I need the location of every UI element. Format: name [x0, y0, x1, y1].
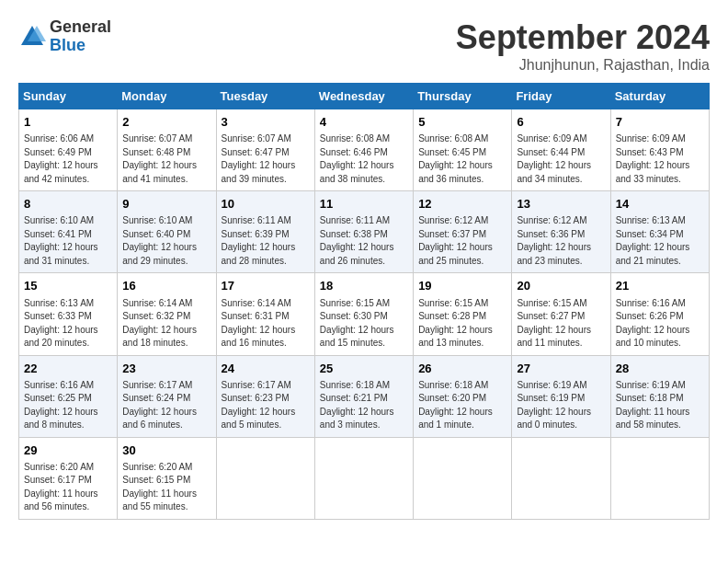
calendar-cell: 16Sunrise: 6:14 AMSunset: 6:32 PMDayligh… — [118, 273, 216, 355]
day-number: 21 — [616, 278, 704, 294]
day-info: Sunrise: 6:15 AMSunset: 6:27 PMDaylight:… — [517, 297, 605, 350]
calendar-cell: 20Sunrise: 6:15 AMSunset: 6:27 PMDayligh… — [512, 273, 610, 355]
day-number: 19 — [418, 278, 506, 294]
calendar-week-row: 29Sunrise: 6:20 AMSunset: 6:17 PMDayligh… — [19, 437, 710, 519]
logo-text: General Blue — [50, 18, 111, 55]
day-info: Sunrise: 6:10 AMSunset: 6:40 PMDaylight:… — [122, 214, 210, 268]
day-info: Sunrise: 6:07 AMSunset: 6:47 PMDaylight:… — [222, 132, 310, 186]
calendar-table: SundayMondayTuesdayWednesdayThursdayFrid… — [18, 83, 710, 520]
day-info: Sunrise: 6:18 AMSunset: 6:20 PMDaylight:… — [418, 379, 506, 432]
day-number: 15 — [24, 278, 112, 294]
weekday-header: Friday — [512, 84, 610, 109]
calendar-cell: 8Sunrise: 6:10 AMSunset: 6:41 PMDaylight… — [19, 191, 118, 273]
day-number: 16 — [122, 278, 210, 294]
day-info: Sunrise: 6:17 AMSunset: 6:24 PMDaylight:… — [122, 379, 210, 432]
weekday-header: Saturday — [610, 84, 709, 109]
calendar-cell: 2Sunrise: 6:07 AMSunset: 6:48 PMDaylight… — [118, 109, 216, 191]
day-info: Sunrise: 6:14 AMSunset: 6:31 PMDaylight:… — [222, 297, 310, 350]
day-info: Sunrise: 6:19 AMSunset: 6:19 PMDaylight:… — [517, 379, 605, 432]
day-info: Sunrise: 6:12 AMSunset: 6:37 PMDaylight:… — [418, 214, 506, 268]
weekday-header: Sunday — [19, 84, 118, 109]
calendar-cell: 29Sunrise: 6:20 AMSunset: 6:17 PMDayligh… — [19, 437, 118, 519]
calendar-cell: 19Sunrise: 6:15 AMSunset: 6:28 PMDayligh… — [414, 273, 512, 355]
day-number: 14 — [616, 196, 704, 213]
logo-icon — [18, 23, 46, 51]
calendar-week-row: 22Sunrise: 6:16 AMSunset: 6:25 PMDayligh… — [19, 355, 710, 437]
page-header: General Blue September 2024 Jhunjhunun, … — [18, 18, 710, 74]
calendar-cell: 10Sunrise: 6:11 AMSunset: 6:39 PMDayligh… — [216, 191, 314, 273]
location-title: Jhunjhunun, Rajasthan, India — [456, 57, 710, 74]
calendar-cell: 27Sunrise: 6:19 AMSunset: 6:19 PMDayligh… — [512, 355, 610, 437]
day-number: 7 — [616, 114, 704, 131]
calendar-cell: 5Sunrise: 6:08 AMSunset: 6:45 PMDaylight… — [414, 109, 512, 191]
calendar-cell: 14Sunrise: 6:13 AMSunset: 6:34 PMDayligh… — [610, 191, 709, 273]
calendar-cell: 3Sunrise: 6:07 AMSunset: 6:47 PMDaylight… — [216, 109, 314, 191]
day-info: Sunrise: 6:12 AMSunset: 6:36 PMDaylight:… — [517, 214, 605, 268]
day-number: 6 — [517, 114, 605, 131]
day-number: 8 — [24, 196, 112, 213]
calendar-cell — [414, 437, 512, 519]
calendar-cell: 17Sunrise: 6:14 AMSunset: 6:31 PMDayligh… — [216, 273, 314, 355]
weekday-header: Tuesday — [216, 84, 314, 109]
calendar-cell — [216, 437, 314, 519]
calendar-cell: 23Sunrise: 6:17 AMSunset: 6:24 PMDayligh… — [118, 355, 216, 437]
calendar-cell: 9Sunrise: 6:10 AMSunset: 6:40 PMDaylight… — [118, 191, 216, 273]
day-number: 26 — [418, 361, 506, 377]
day-number: 12 — [418, 196, 506, 213]
day-info: Sunrise: 6:09 AMSunset: 6:44 PMDaylight:… — [517, 132, 605, 186]
day-info: Sunrise: 6:16 AMSunset: 6:26 PMDaylight:… — [616, 297, 704, 350]
day-number: 22 — [24, 361, 112, 377]
day-number: 1 — [24, 114, 112, 131]
calendar-cell: 6Sunrise: 6:09 AMSunset: 6:44 PMDaylight… — [512, 109, 610, 191]
day-number: 20 — [517, 278, 605, 294]
day-number: 2 — [122, 114, 210, 131]
day-info: Sunrise: 6:17 AMSunset: 6:23 PMDaylight:… — [222, 379, 310, 432]
calendar-week-row: 1Sunrise: 6:06 AMSunset: 6:49 PMDaylight… — [19, 109, 710, 191]
calendar-cell: 13Sunrise: 6:12 AMSunset: 6:36 PMDayligh… — [512, 191, 610, 273]
calendar-cell: 24Sunrise: 6:17 AMSunset: 6:23 PMDayligh… — [216, 355, 314, 437]
calendar-cell: 7Sunrise: 6:09 AMSunset: 6:43 PMDaylight… — [610, 109, 709, 191]
calendar-cell: 25Sunrise: 6:18 AMSunset: 6:21 PMDayligh… — [314, 355, 413, 437]
calendar-cell — [314, 437, 413, 519]
calendar-cell: 12Sunrise: 6:12 AMSunset: 6:37 PMDayligh… — [414, 191, 512, 273]
day-number: 23 — [122, 361, 210, 377]
calendar-cell: 11Sunrise: 6:11 AMSunset: 6:38 PMDayligh… — [314, 191, 413, 273]
day-info: Sunrise: 6:20 AMSunset: 6:17 PMDaylight:… — [24, 461, 112, 514]
day-info: Sunrise: 6:09 AMSunset: 6:43 PMDaylight:… — [616, 132, 704, 186]
calendar-cell: 26Sunrise: 6:18 AMSunset: 6:20 PMDayligh… — [414, 355, 512, 437]
day-info: Sunrise: 6:15 AMSunset: 6:28 PMDaylight:… — [418, 297, 506, 350]
day-number: 29 — [24, 442, 112, 459]
day-number: 9 — [122, 196, 210, 213]
calendar-week-row: 15Sunrise: 6:13 AMSunset: 6:33 PMDayligh… — [19, 273, 710, 355]
calendar-cell: 4Sunrise: 6:08 AMSunset: 6:46 PMDaylight… — [314, 109, 413, 191]
day-number: 13 — [517, 196, 605, 213]
day-number: 30 — [122, 442, 210, 459]
day-number: 25 — [320, 361, 408, 377]
weekday-header-row: SundayMondayTuesdayWednesdayThursdayFrid… — [19, 84, 710, 109]
day-number: 18 — [320, 278, 408, 294]
day-info: Sunrise: 6:19 AMSunset: 6:18 PMDaylight:… — [616, 379, 704, 432]
day-number: 3 — [222, 114, 310, 131]
calendar-cell: 28Sunrise: 6:19 AMSunset: 6:18 PMDayligh… — [610, 355, 709, 437]
day-info: Sunrise: 6:08 AMSunset: 6:46 PMDaylight:… — [320, 132, 408, 186]
day-number: 28 — [616, 361, 704, 377]
day-number: 24 — [222, 361, 310, 377]
calendar-cell — [512, 437, 610, 519]
calendar-cell: 18Sunrise: 6:15 AMSunset: 6:30 PMDayligh… — [314, 273, 413, 355]
day-info: Sunrise: 6:16 AMSunset: 6:25 PMDaylight:… — [24, 379, 112, 432]
day-number: 4 — [320, 114, 408, 131]
day-info: Sunrise: 6:20 AMSunset: 6:15 PMDaylight:… — [122, 461, 210, 514]
month-title: September 2024 — [456, 18, 710, 57]
day-info: Sunrise: 6:08 AMSunset: 6:45 PMDaylight:… — [418, 132, 506, 186]
day-info: Sunrise: 6:13 AMSunset: 6:33 PMDaylight:… — [24, 297, 112, 350]
day-info: Sunrise: 6:07 AMSunset: 6:48 PMDaylight:… — [122, 132, 210, 186]
calendar-cell: 15Sunrise: 6:13 AMSunset: 6:33 PMDayligh… — [19, 273, 118, 355]
weekday-header: Wednesday — [314, 84, 413, 109]
day-info: Sunrise: 6:18 AMSunset: 6:21 PMDaylight:… — [320, 379, 408, 432]
day-number: 27 — [517, 361, 605, 377]
day-number: 17 — [222, 278, 310, 294]
calendar-cell: 30Sunrise: 6:20 AMSunset: 6:15 PMDayligh… — [118, 437, 216, 519]
calendar-cell: 21Sunrise: 6:16 AMSunset: 6:26 PMDayligh… — [610, 273, 709, 355]
day-info: Sunrise: 6:10 AMSunset: 6:41 PMDaylight:… — [24, 214, 112, 268]
title-block: September 2024 Jhunjhunun, Rajasthan, In… — [456, 18, 710, 74]
